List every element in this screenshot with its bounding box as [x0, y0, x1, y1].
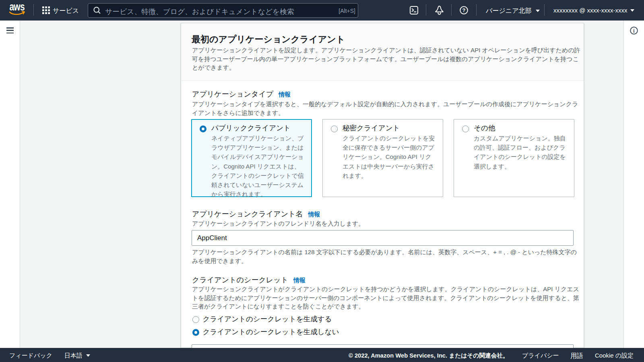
svg-text:i: i: [633, 28, 635, 34]
svg-text:?: ?: [462, 7, 466, 13]
